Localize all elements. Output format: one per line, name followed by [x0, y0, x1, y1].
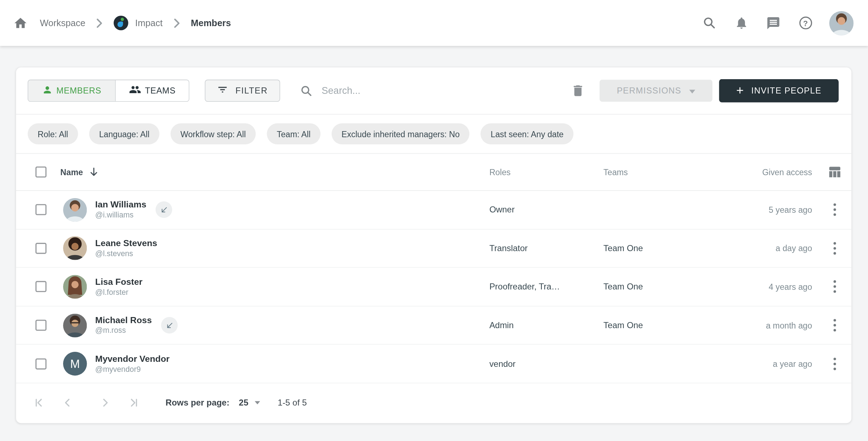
filter-chips-row: Role: All Language: All Workflow step: A…: [16, 115, 852, 154]
row-menu-icon[interactable]: [828, 240, 841, 256]
chip-last-seen[interactable]: Last seen: Any date: [481, 123, 574, 144]
chip-team[interactable]: Team: All: [267, 123, 321, 144]
caret-down-icon: [689, 86, 695, 96]
search-icon[interactable]: [702, 16, 716, 30]
chip-language[interactable]: Language: All: [89, 123, 160, 144]
table-row[interactable]: Ian Williams @i.williams Owner 5 years a…: [16, 191, 852, 229]
search-icon: [300, 84, 313, 97]
chip-workflow-step[interactable]: Workflow step: All: [170, 123, 256, 144]
members-page: Workspace Impact Members: [0, 0, 868, 441]
members-toolbar: MEMBERS TEAMS FILTER: [16, 67, 852, 114]
column-header-name[interactable]: Name: [60, 167, 98, 177]
breadcrumb-workspace[interactable]: Workspace: [40, 18, 85, 28]
member-teams: Team One: [603, 243, 643, 253]
rows-per-page-label: Rows per page:: [166, 398, 229, 408]
search-box: [300, 84, 571, 97]
member-name: Leane Stevens: [95, 238, 157, 249]
pagination-bar: Rows per page: 25 1-5 of 5: [16, 383, 852, 423]
messages-icon[interactable]: [766, 16, 781, 30]
row-checkbox[interactable]: [35, 320, 47, 331]
column-header-roles: Roles: [489, 167, 511, 177]
breadcrumb: Workspace Impact Members: [13, 15, 231, 30]
tab-members[interactable]: MEMBERS: [28, 80, 116, 101]
tab-teams[interactable]: TEAMS: [116, 80, 189, 101]
home-icon[interactable]: [13, 16, 28, 30]
delete-icon[interactable]: [571, 83, 585, 98]
row-menu-icon[interactable]: [828, 356, 841, 372]
member-identity: Michael Ross @m.ross: [95, 315, 152, 336]
member-roles: Owner: [489, 205, 514, 215]
chevron-right-icon: [96, 18, 103, 28]
notifications-icon[interactable]: [734, 16, 748, 30]
table-row[interactable]: M Myvendor Vendor @myvendor9 vendor a ye…: [16, 345, 852, 383]
member-handle: @myvendor9: [95, 364, 170, 374]
member-identity: Ian Williams @i.williams: [95, 199, 147, 220]
avatar: [63, 198, 87, 221]
avatar-initial: M: [70, 357, 80, 370]
top-bar-actions: ?: [684, 11, 853, 35]
breadcrumb-project[interactable]: Impact: [135, 18, 162, 28]
rows-per-page-value: 25: [239, 398, 248, 408]
member-name: Ian Williams: [95, 199, 147, 210]
sort-descending-icon: [89, 167, 98, 177]
member-handle: @l.stevens: [95, 249, 157, 259]
row-menu-icon[interactable]: [828, 317, 841, 333]
row-checkbox[interactable]: [35, 358, 47, 369]
invite-people-label: INVITE PEOPLE: [751, 86, 822, 96]
breadcrumb-current: Members: [191, 18, 231, 28]
previous-page-icon[interactable]: [61, 396, 74, 409]
member-given-access: a day ago: [775, 244, 812, 253]
table-row[interactable]: Michael Ross @m.ross Admin Team One a mo…: [16, 306, 852, 345]
filter-button-label: FILTER: [236, 86, 268, 96]
login-as-user-icon[interactable]: [161, 317, 178, 334]
member-roles: Proofreader, Tra…: [489, 282, 560, 292]
person-icon: [42, 84, 52, 97]
pagination-range: 1-5 of 5: [278, 398, 307, 408]
invite-people-button[interactable]: + INVITE PEOPLE: [719, 79, 839, 102]
filter-button[interactable]: FILTER: [205, 80, 280, 102]
search-input[interactable]: [322, 85, 571, 96]
column-header-teams: Teams: [603, 167, 628, 177]
member-teams: Team One: [603, 282, 643, 292]
member-teams: Team One: [603, 320, 643, 330]
permissions-button[interactable]: PERMISSIONS: [599, 80, 712, 102]
top-bar: Workspace Impact Members: [0, 0, 868, 46]
help-icon[interactable]: ?: [798, 16, 812, 30]
filter-icon: [217, 84, 228, 97]
table-row[interactable]: Leane Stevens @l.stevens Translator Team…: [16, 229, 852, 268]
row-checkbox[interactable]: [35, 243, 47, 254]
member-handle: @i.williams: [95, 210, 147, 220]
member-given-access: a year ago: [773, 359, 812, 368]
members-card: MEMBERS TEAMS FILTER: [16, 67, 852, 423]
select-all-checkbox[interactable]: [35, 167, 47, 178]
people-icon: [129, 83, 141, 98]
members-teams-toggle: MEMBERS TEAMS: [28, 80, 189, 102]
avatar: [63, 236, 87, 260]
login-as-user-icon[interactable]: [156, 201, 172, 218]
first-page-icon[interactable]: [32, 396, 46, 409]
column-settings-icon[interactable]: [827, 165, 842, 179]
chip-role[interactable]: Role: All: [28, 123, 78, 144]
question-mark-glyph: ?: [799, 16, 812, 29]
table-header: Name Roles Teams Given access: [16, 154, 852, 191]
row-menu-icon[interactable]: [828, 279, 841, 294]
column-header-given-access: Given access: [762, 167, 812, 177]
chip-exclude-inherited-managers[interactable]: Exclude inherited managers: No: [332, 123, 470, 144]
user-avatar[interactable]: [829, 11, 854, 35]
avatar: M: [63, 352, 87, 375]
next-page-icon[interactable]: [99, 396, 112, 409]
rows-per-page-select[interactable]: 25: [239, 398, 260, 408]
permissions-button-label: PERMISSIONS: [617, 86, 681, 96]
plus-icon: +: [736, 84, 744, 97]
member-handle: @m.ross: [95, 326, 152, 336]
last-page-icon[interactable]: [127, 396, 141, 409]
project-icon: [114, 15, 129, 30]
avatar: [63, 275, 87, 298]
row-checkbox[interactable]: [35, 204, 47, 215]
member-name: Myvendor Vendor: [95, 353, 170, 364]
row-checkbox[interactable]: [35, 281, 47, 292]
table-row[interactable]: Lisa Foster @l.forster Proofreader, Tra……: [16, 268, 852, 306]
chevron-right-icon: [173, 18, 180, 28]
member-roles: Translator: [489, 243, 528, 253]
row-menu-icon[interactable]: [828, 202, 841, 217]
